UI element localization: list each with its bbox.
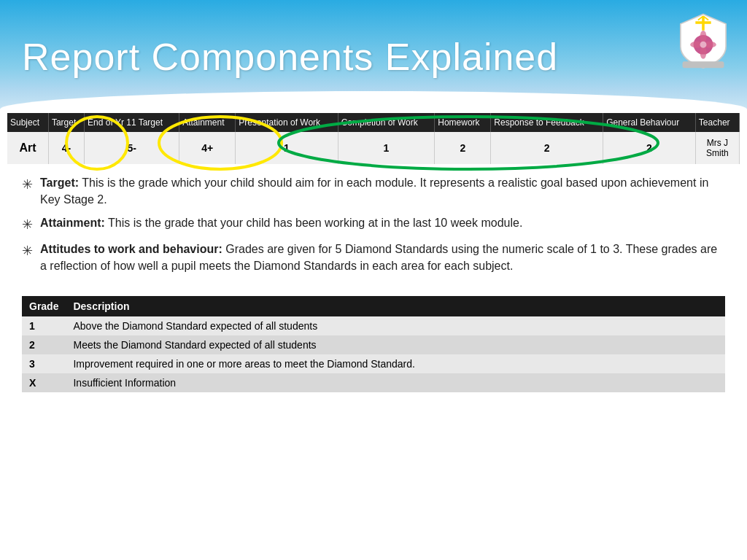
bullet-target-bold: Target: (40, 176, 79, 189)
grade-header-row: Grade Description (22, 296, 725, 316)
bullet-attitudes: ✳ Attitudes to work and behaviour: Grade… (22, 241, 725, 274)
cell-end-yr-target: 5- (85, 132, 179, 164)
grade-cell-description: Meets the Diamond Standard expected of a… (66, 335, 725, 354)
bullet-star-1: ✳ (22, 176, 33, 194)
col-attainment: Attainment (179, 113, 236, 132)
cell-target: 4- (48, 132, 84, 164)
bullet-attainment: ✳ Attainment: This is the grade that you… (22, 215, 725, 234)
grade-col-grade: Grade (22, 296, 66, 316)
cell-presentation: 1 (236, 132, 338, 164)
col-presentation: Presentation of Work (236, 113, 338, 132)
content-section: ✳ Target: This is the grade which your c… (0, 164, 747, 289)
grade-cell-description: Improvement required in one or more area… (66, 354, 725, 373)
grade-row: 2Meets the Diamond Standard expected of … (22, 335, 725, 354)
cell-teacher: Mrs JSmith (695, 132, 739, 164)
col-homework: Homework (435, 113, 491, 132)
cell-homework: 2 (435, 132, 491, 164)
col-end-yr-target: End of Yr 11 Target (85, 113, 179, 132)
bullet-star-2: ✳ (22, 216, 33, 234)
col-target: Target (48, 113, 84, 132)
header: Report Components Explained (0, 0, 747, 113)
bullet-attitudes-bold: Attitudes to work and behaviour: (40, 243, 222, 255)
bullet-target: ✳ Target: This is the grade which your c… (22, 175, 725, 208)
cell-attainment: 4+ (179, 132, 236, 164)
table-header-row: Subject Target End of Yr 11 Target Attai… (7, 113, 740, 132)
school-logo (674, 11, 732, 69)
cell-completion: 1 (338, 132, 435, 164)
grade-col-description: Description (66, 296, 725, 316)
col-general-behaviour: General Behaviour (603, 113, 696, 132)
table-row: Art 4- 5- 4+ 1 1 2 2 2 Mrs JSmith (7, 132, 740, 164)
grade-table: Grade Description 1Above the Diamond Sta… (22, 296, 725, 392)
cell-general-behaviour: 2 (603, 132, 696, 164)
page-title: Report Components Explained (22, 35, 558, 79)
grade-cell-description: Above the Diamond Standard expected of a… (66, 316, 725, 335)
bullet-attainment-text: Attainment: This is the grade that your … (40, 215, 522, 231)
bullet-attitudes-text: Attitudes to work and behaviour: Grades … (40, 241, 725, 274)
report-table: Subject Target End of Yr 11 Target Attai… (7, 113, 740, 164)
grade-cell-grade: 1 (22, 316, 66, 335)
col-subject: Subject (7, 113, 48, 132)
grade-row: 3Improvement required in one or more are… (22, 354, 725, 373)
cell-response-feedback: 2 (491, 132, 603, 164)
grade-section: Grade Description 1Above the Diamond Sta… (0, 289, 747, 407)
col-response-feedback: Response to Feedback (491, 113, 603, 132)
grade-cell-grade: 3 (22, 354, 66, 373)
cell-subject: Art (7, 132, 48, 164)
table-section: Subject Target End of Yr 11 Target Attai… (0, 113, 747, 164)
bullet-star-3: ✳ (22, 242, 33, 260)
svg-point-9 (700, 42, 707, 48)
bullet-attainment-bold: Attainment: (40, 217, 105, 229)
grade-row: XInsufficient Information (22, 373, 725, 392)
table-wrapper: Subject Target End of Yr 11 Target Attai… (7, 113, 740, 164)
col-teacher: Teacher (695, 113, 739, 132)
grade-cell-grade: 2 (22, 335, 66, 354)
bullet-target-text: Target: This is the grade which your chi… (40, 175, 725, 208)
grade-row: 1Above the Diamond Standard expected of … (22, 316, 725, 335)
svg-point-5 (700, 31, 707, 44)
svg-rect-10 (683, 61, 724, 68)
col-completion: Completion of Work (338, 113, 435, 132)
grade-cell-description: Insufficient Information (66, 373, 725, 392)
grade-cell-grade: X (22, 373, 66, 392)
